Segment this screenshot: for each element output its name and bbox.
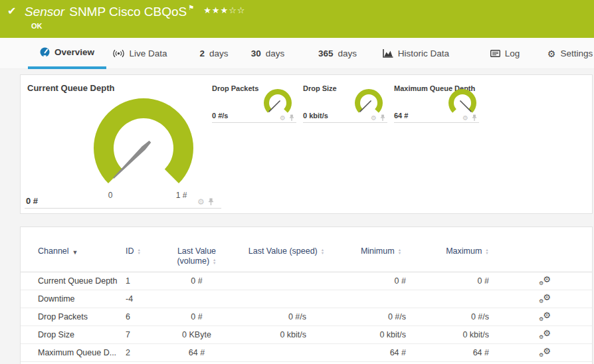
- column-label: Last Value (speed): [248, 246, 318, 256]
- cell-channel[interactable]: Downtime: [38, 294, 126, 304]
- sort-arrows-icon: ▲▼: [321, 248, 324, 254]
- tab-number: 30: [251, 48, 261, 58]
- gauge-value: 0 kbit/s: [303, 112, 328, 120]
- cell-last-value-volume: 0 #: [163, 312, 230, 321]
- panel-controls: ⚙: [197, 198, 214, 206]
- gauge-needle: [269, 100, 280, 112]
- cell-minimum: 0 #/s: [343, 312, 419, 321]
- gauge-settings-gear-icon[interactable]: ⚙: [197, 198, 205, 206]
- tab-label: days: [266, 48, 285, 58]
- cell-channel[interactable]: Drop Packets: [38, 312, 126, 321]
- gauge-settings-gear-icon[interactable]: ⚙: [371, 115, 377, 122]
- tab-live-data[interactable]: Live Data: [108, 38, 172, 69]
- pin-icon[interactable]: [472, 114, 477, 122]
- tab-label: days: [209, 48, 229, 58]
- channel-settings-gears-icon[interactable]: ⚙⚙: [539, 347, 551, 357]
- column-header-id[interactable]: ID ▲▼: [126, 246, 163, 266]
- gauge-panel-drop-packets: Drop Packets 0 #/s ⚙: [212, 82, 296, 124]
- pin-icon[interactable]: [289, 114, 294, 122]
- tab-log[interactable]: Log: [484, 38, 526, 69]
- cell-actions: ⚙⚙: [516, 275, 592, 288]
- cell-channel[interactable]: Maximum Queue D...: [38, 348, 126, 357]
- cell-last-value-speed: 0 #/s: [230, 312, 343, 321]
- tab-number: 2: [199, 48, 205, 58]
- column-header-maximum[interactable]: Maximum ▲▼: [419, 246, 516, 266]
- column-label: Minimum: [361, 246, 395, 256]
- sensor-type-label: Sensor: [25, 5, 64, 19]
- gauges-panel: Current Queue Depth 0 1 # 0 # ⚙ Drop Pac…: [20, 74, 593, 214]
- table-row: Downtime -4 ⚙⚙: [21, 290, 592, 308]
- cell-id: 7: [126, 330, 163, 339]
- status-badge: OK: [31, 22, 43, 30]
- cell-last-value-volume: 64 #: [163, 348, 230, 357]
- channel-settings-gears-icon[interactable]: ⚙⚙: [539, 311, 551, 321]
- tab-label: days: [338, 48, 357, 58]
- tab-30-days[interactable]: 30 days: [245, 38, 291, 69]
- log-icon: [490, 50, 500, 57]
- cell-minimum: 0 #: [343, 276, 419, 286]
- cell-id: 2: [126, 348, 163, 357]
- sort-arrows-icon: ▲▼: [213, 258, 216, 264]
- tab-label: Historic Data: [398, 48, 449, 58]
- cell-maximum: 0 #: [419, 276, 516, 286]
- tab-365-days[interactable]: 365 days: [311, 38, 364, 69]
- panel-divider: [394, 122, 479, 123]
- cell-actions: ⚙⚙: [516, 347, 592, 359]
- prtg-sensor-page: ✔ SensorSNMP Cisco CBQoS⚑★★★☆☆ OK Overvi…: [0, 0, 594, 364]
- tab-overview[interactable]: Overview: [28, 38, 106, 69]
- sort-arrows-icon: ▲▼: [485, 248, 488, 254]
- gauge-needle: [112, 140, 151, 180]
- table-row: Current Queue Depth 1 0 # 0 # 0 # ⚙⚙: [21, 272, 592, 290]
- gauge-settings-gear-icon[interactable]: ⚙: [280, 115, 286, 122]
- panel-divider: [303, 122, 387, 123]
- panel-divider: [212, 122, 296, 123]
- sensor-title-line: SensorSNMP Cisco CBQoS⚑★★★☆☆: [25, 4, 245, 19]
- gauge-settings-gear-icon[interactable]: ⚙: [462, 115, 468, 122]
- sort-descending-icon: ▼: [72, 248, 78, 258]
- cell-last-value-volume: 0 KByte: [163, 330, 230, 339]
- cell-last-value-speed: 0 kbit/s: [230, 330, 343, 339]
- chart-icon: [383, 49, 393, 58]
- channel-settings-gears-icon[interactable]: ⚙⚙: [539, 275, 551, 286]
- tab-settings[interactable]: ⚙ Settings: [546, 38, 594, 69]
- sensor-status-header: ✔ SensorSNMP Cisco CBQoS⚑★★★☆☆ OK: [0, 0, 594, 38]
- panel-divider: [25, 208, 221, 209]
- flag-icon[interactable]: ⚑: [188, 4, 194, 11]
- status-ok-check-icon: ✔: [7, 5, 16, 17]
- table-row: Maximum Queue D... 2 64 # 64 # 64 # ⚙⚙: [21, 344, 592, 362]
- pin-icon[interactable]: [380, 114, 385, 122]
- cell-actions: ⚙⚙: [516, 293, 592, 306]
- gauge-icon: [40, 47, 50, 57]
- cell-id: 1: [126, 276, 163, 286]
- gauge-value: 64 #: [394, 112, 408, 120]
- column-header-minimum[interactable]: Minimum ▲▼: [343, 246, 419, 266]
- table-row: Drop Packets 6 0 # 0 #/s 0 #/s 0 #/s ⚙⚙: [21, 308, 592, 326]
- tab-label: Log: [505, 48, 520, 58]
- sensor-title[interactable]: SNMP Cisco CBQoS: [69, 5, 187, 19]
- channel-settings-gears-icon[interactable]: ⚙⚙: [539, 329, 551, 339]
- gauge-needle: [360, 100, 371, 112]
- channel-settings-gears-icon[interactable]: ⚙⚙: [539, 293, 551, 304]
- tab-historic-data[interactable]: Historic Data: [372, 38, 460, 69]
- pin-icon[interactable]: [208, 198, 214, 206]
- gear-icon: ⚙: [547, 48, 556, 59]
- cell-id: 6: [126, 312, 163, 321]
- tab-label: Live Data: [129, 48, 167, 58]
- cell-channel[interactable]: Current Queue Depth: [38, 276, 126, 286]
- gauge-title: Drop Size: [303, 84, 337, 92]
- gauge-panel-maximum-queue-depth: Maximum Queue Depth 64 # ⚙: [394, 82, 479, 124]
- panel-controls: ⚙: [371, 114, 385, 122]
- cell-last-value-volume: 0 #: [163, 276, 230, 286]
- cell-maximum: 64 #: [419, 348, 516, 357]
- tab-2-days[interactable]: 2 days: [193, 38, 235, 69]
- cell-minimum: 0 kbit/s: [343, 330, 419, 339]
- cell-channel[interactable]: Drop Size: [38, 330, 126, 339]
- column-label: Channel: [38, 246, 69, 256]
- priority-stars[interactable]: ★★★☆☆: [203, 5, 245, 15]
- gauge-needle: [460, 100, 471, 112]
- column-header-channel[interactable]: Channel ▼: [38, 246, 126, 266]
- column-header-last-value-speed[interactable]: Last Value (speed) ▲▼: [230, 246, 343, 266]
- column-header-last-value-volume[interactable]: Last Value (volume)▲▼: [163, 246, 230, 266]
- tab-number: 365: [318, 48, 334, 58]
- column-header-actions: [516, 246, 592, 266]
